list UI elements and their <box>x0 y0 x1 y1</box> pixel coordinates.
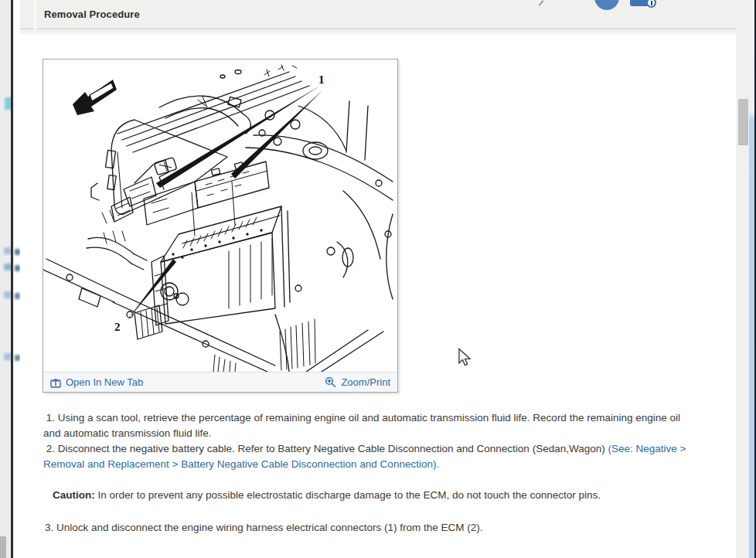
caution-note: Caution: In order to prevent any possibl… <box>43 488 713 503</box>
zoom-print-label: Zoom/Print <box>341 376 390 388</box>
step-2: 2. Disconnect the negative battery cable… <box>43 441 713 472</box>
background-gutter <box>0 0 11 558</box>
toolbar-shadow <box>20 30 749 36</box>
figure-frame: 1 2 Open In New Tab Zoom/Print <box>43 59 398 393</box>
callout-1-label: 1 <box>318 73 325 86</box>
callout-1-leader <box>231 90 322 179</box>
open-in-new-tab-label: Open In New Tab <box>66 376 143 388</box>
procedure-steps: 1. Using a scan tool, retrieve the perce… <box>43 410 713 536</box>
engine-bay-drawing: 1 2 <box>43 60 397 372</box>
caution-text: In order to prevent any possible electro… <box>95 489 601 501</box>
step-3: 3. Unlock and disconnect the engine wiri… <box>43 520 713 536</box>
magnifier-plus-icon <box>325 376 336 388</box>
mouse-cursor <box>458 348 472 366</box>
page-title: Removal Procedure <box>44 9 140 20</box>
background-smudge <box>15 355 20 361</box>
panel-right-blue-border <box>749 0 754 558</box>
caution-label: Caution: <box>53 489 95 501</box>
toolbar-notch <box>34 0 36 29</box>
background-smudge <box>15 249 20 255</box>
background-smudge <box>15 293 20 299</box>
open-in-new-tab-link[interactable]: Open In New Tab <box>50 376 143 388</box>
scrollbar-thumb[interactable] <box>738 99 748 145</box>
step-2-text: 2. Disconnect the negative battery cable… <box>43 443 608 454</box>
figure-toolbar: Open In New Tab Zoom/Print <box>43 372 397 392</box>
callout-2-label: 2 <box>114 321 121 333</box>
scrollbar-track[interactable] <box>736 0 749 558</box>
step-1: 1. Using a scan tool, retrieve the perce… <box>43 410 713 441</box>
background-block <box>0 536 6 558</box>
panel-left-blue-border <box>15 0 20 558</box>
background-smudge <box>15 265 20 271</box>
external-link-icon <box>50 377 61 388</box>
technical-illustration: 1 2 <box>43 60 397 372</box>
zoom-print-link[interactable]: Zoom/Print <box>325 376 390 388</box>
